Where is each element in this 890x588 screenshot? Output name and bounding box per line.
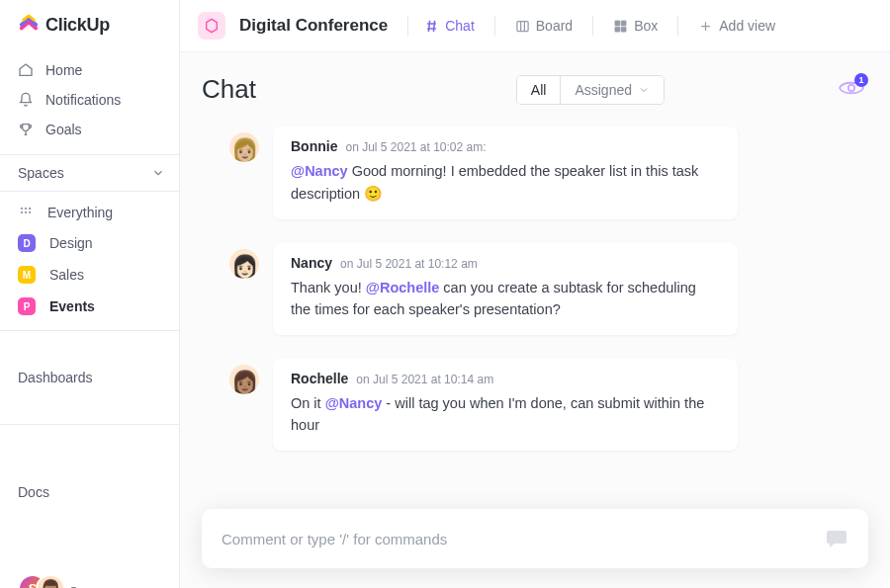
mention[interactable]: @Rochelle bbox=[366, 280, 440, 295]
view-tabs: Chat Board Box Add view bbox=[422, 14, 777, 38]
space-design[interactable]: D Design bbox=[0, 227, 179, 259]
tab-board-label: Board bbox=[536, 18, 573, 34]
avatar[interactable]: 👩🏼 bbox=[229, 132, 259, 162]
user-avatar-stack[interactable]: S 👨🏽 bbox=[18, 574, 61, 588]
avatar[interactable]: 👩🏽 bbox=[229, 365, 259, 394]
nav-home-label: Home bbox=[45, 62, 82, 78]
svg-rect-9 bbox=[615, 27, 620, 32]
nav-goals[interactable]: Goals bbox=[0, 115, 179, 144]
tab-board[interactable]: Board bbox=[513, 14, 575, 38]
filter-all[interactable]: All bbox=[517, 76, 561, 104]
message-text: Thank you! bbox=[291, 280, 366, 295]
message-item: 👩🏻 Nancy on Jul 5 2021 at 10:12 am Thank… bbox=[229, 243, 841, 335]
trophy-icon bbox=[18, 122, 34, 137]
space-label: Sales bbox=[49, 267, 84, 283]
box-icon bbox=[613, 19, 628, 34]
comment-input[interactable] bbox=[222, 531, 825, 547]
space-events[interactable]: P Events bbox=[0, 291, 179, 322]
svg-rect-8 bbox=[621, 20, 626, 25]
mention[interactable]: @Nancy bbox=[291, 163, 348, 179]
board-icon bbox=[515, 19, 530, 34]
watchers-button[interactable]: 1 bbox=[839, 79, 864, 97]
svg-rect-7 bbox=[615, 20, 620, 25]
docs-section[interactable]: Docs bbox=[0, 424, 179, 560]
message-timestamp: on Jul 5 2021 at 10:02 am: bbox=[345, 140, 486, 154]
spaces-header-label: Spaces bbox=[18, 165, 64, 181]
nav-home[interactable]: Home bbox=[0, 55, 179, 85]
message-author: Nancy bbox=[291, 255, 332, 271]
brand-logo[interactable]: ClickUp bbox=[0, 0, 179, 53]
watchers-count: 1 bbox=[854, 73, 868, 87]
project-title: Digital Conference bbox=[239, 16, 388, 36]
tab-box-label: Box bbox=[634, 18, 658, 34]
chevron-down-icon bbox=[151, 166, 165, 180]
sidebar-footer[interactable]: S 👨🏽 ▾ bbox=[0, 560, 179, 588]
message-item: 👩🏼 Bonnie on Jul 5 2021 at 10:02 am: @Na… bbox=[229, 126, 841, 219]
spaces-header[interactable]: Spaces bbox=[0, 154, 179, 192]
message-item: 👩🏽 Rochelle on Jul 5 2021 at 10:14 am On… bbox=[229, 359, 841, 451]
home-icon bbox=[18, 62, 34, 78]
divider bbox=[494, 16, 495, 36]
mention[interactable]: @Nancy bbox=[325, 395, 383, 411]
nav-goals-label: Goals bbox=[45, 122, 82, 137]
message-body: @Nancy Good morning! I embedded the spea… bbox=[291, 160, 720, 206]
add-view-label: Add view bbox=[719, 18, 775, 34]
message-bubble: Rochelle on Jul 5 2021 at 10:14 am On it… bbox=[273, 359, 738, 451]
nav-top: Home Notifications Goals bbox=[0, 53, 179, 154]
tab-chat-label: Chat bbox=[445, 18, 475, 34]
svg-rect-6 bbox=[517, 21, 528, 31]
message-text: On it bbox=[291, 395, 325, 411]
chat-title: Chat bbox=[202, 74, 256, 105]
divider bbox=[677, 16, 678, 36]
filter-assigned[interactable]: Assigned bbox=[560, 76, 664, 104]
message-body: On it @Nancy - will tag you when I'm don… bbox=[291, 392, 720, 437]
svg-point-11 bbox=[848, 85, 854, 91]
svg-point-2 bbox=[29, 208, 31, 210]
space-everything-label: Everything bbox=[47, 205, 113, 220]
brand-name: ClickUp bbox=[45, 15, 110, 36]
message-bubble: Nancy on Jul 5 2021 at 10:12 am Thank yo… bbox=[273, 243, 738, 335]
svg-point-1 bbox=[25, 208, 27, 210]
chevron-right-icon bbox=[93, 341, 166, 414]
composer-wrap bbox=[180, 509, 890, 588]
svg-rect-10 bbox=[621, 27, 626, 32]
space-everything[interactable]: Everything bbox=[0, 198, 179, 227]
space-badge: M bbox=[18, 266, 36, 284]
space-label: Design bbox=[49, 235, 93, 251]
svg-point-4 bbox=[25, 211, 27, 213]
svg-point-3 bbox=[21, 211, 23, 213]
divider bbox=[592, 16, 593, 36]
main: Digital Conference Chat Board Box bbox=[180, 0, 890, 588]
message-body: Thank you! @Rochelle can you create a su… bbox=[291, 277, 720, 321]
svg-point-0 bbox=[21, 208, 23, 210]
tab-chat[interactable]: Chat bbox=[422, 14, 477, 38]
dashboards-label: Dashboards bbox=[18, 370, 93, 385]
add-view-button[interactable]: Add view bbox=[696, 14, 777, 38]
dashboards-section[interactable]: Dashboards bbox=[0, 330, 179, 424]
nav-notifications-label: Notifications bbox=[45, 92, 121, 108]
composer[interactable] bbox=[202, 509, 868, 568]
svg-point-5 bbox=[29, 211, 31, 213]
clickup-logo-icon bbox=[18, 14, 40, 36]
message-timestamp: on Jul 5 2021 at 10:14 am bbox=[356, 373, 493, 386]
space-sales[interactable]: M Sales bbox=[0, 259, 179, 291]
sidebar: ClickUp Home Notifications Goals Spaces bbox=[0, 0, 180, 588]
bell-icon bbox=[18, 92, 34, 108]
divider bbox=[407, 16, 408, 36]
emoji-icon: 🙂 bbox=[364, 185, 383, 202]
message-timestamp: on Jul 5 2021 at 10:12 am bbox=[340, 257, 478, 271]
chevron-down-icon bbox=[638, 84, 650, 96]
topbar: Digital Conference Chat Board Box bbox=[180, 0, 890, 52]
filter-segment: All Assigned bbox=[516, 75, 665, 105]
chat-bubble-icon[interactable] bbox=[825, 527, 848, 550]
nav-notifications[interactable]: Notifications bbox=[0, 85, 179, 115]
message-bubble: Bonnie on Jul 5 2021 at 10:02 am: @Nancy… bbox=[273, 126, 738, 219]
message-author: Bonnie bbox=[291, 138, 337, 154]
message-text: Good morning! I embedded the speaker lis… bbox=[291, 163, 698, 202]
hash-icon bbox=[424, 19, 439, 34]
docs-label: Docs bbox=[18, 484, 49, 500]
message-author: Rochelle bbox=[291, 371, 348, 386]
space-label: Events bbox=[49, 298, 95, 314]
avatar[interactable]: 👩🏻 bbox=[229, 249, 259, 279]
tab-box[interactable]: Box bbox=[611, 14, 660, 38]
